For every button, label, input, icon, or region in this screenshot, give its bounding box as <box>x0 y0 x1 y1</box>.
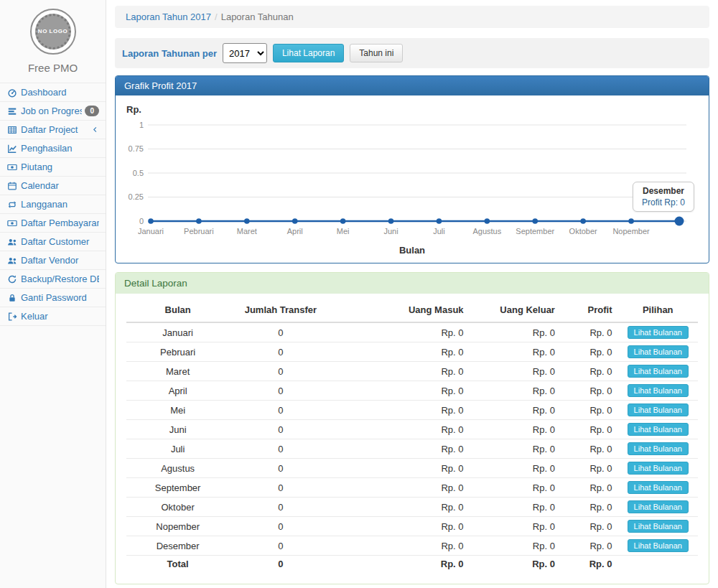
cell-uang_masuk: Rp. 0 <box>332 478 470 498</box>
cell-pilihan: Lihat Bulanan <box>618 420 698 439</box>
column-header-pilihan: Pilihan <box>618 298 698 322</box>
cell-jumlah_transfer: 0 <box>229 536 332 556</box>
sidebar-item-label: Keluar <box>21 311 99 322</box>
cell-uang_keluar: Rp. 0 <box>470 439 561 459</box>
cell-jumlah_transfer: 0 <box>229 478 332 498</box>
profit-chart: 00.250.50.751JanuariPebruariMaretAprilMe… <box>126 119 698 243</box>
table-row-januari: Januari0Rp. 0Rp. 0Rp. 0Lihat Bulanan <box>126 322 698 342</box>
cell-jumlah_transfer: 0 <box>229 439 332 459</box>
table-total-row: Total0Rp. 0Rp. 0Rp. 0 <box>126 556 698 573</box>
cell-uang_masuk: Rp. 0 <box>332 517 470 536</box>
svg-text:Juli: Juli <box>433 227 445 235</box>
cell-uang_keluar: Rp. 0 <box>470 420 561 439</box>
sidebar-item-calendar[interactable]: Calendar <box>0 177 106 195</box>
cell-jumlah_transfer: 0 <box>229 420 332 439</box>
sidebar-item-daftar-project[interactable]: Daftar Project <box>0 121 106 139</box>
lihat-laporan-button[interactable]: Lihat Laporan <box>273 44 344 62</box>
svg-text:Januari: Januari <box>138 227 164 235</box>
sidebar-item-daftar-customer[interactable]: Daftar Customer <box>0 233 106 251</box>
sidebar-item-job-on-progress[interactable]: Job on Progress0 <box>0 102 106 121</box>
cell-pilihan <box>618 556 698 573</box>
calendar-icon <box>6 181 18 191</box>
lihat-bulanan-button[interactable]: Lihat Bulanan <box>628 365 689 378</box>
table-row-oktober: Oktober0Rp. 0Rp. 0Rp. 0Lihat Bulanan <box>126 498 698 517</box>
svg-text:0.75: 0.75 <box>129 144 144 153</box>
refresh-icon <box>6 274 18 284</box>
lihat-bulanan-button[interactable]: Lihat Bulanan <box>628 500 689 513</box>
tahun-ini-button[interactable]: Tahun ini <box>350 44 403 62</box>
sidebar-item-dashboard[interactable]: Dashboard <box>0 83 106 102</box>
detail-laporan-panel: Detail Laporan BulanJumlah TransferUang … <box>115 272 709 584</box>
svg-text:Mei: Mei <box>337 227 350 235</box>
chart-panel-body: Rp. 00.250.50.751JanuariPebruariMaretApr… <box>116 95 709 263</box>
cell-bulan: Desember <box>126 536 229 556</box>
sidebar-item-piutang[interactable]: Piutang <box>0 158 106 177</box>
table-row-september: September0Rp. 0Rp. 0Rp. 0Lihat Bulanan <box>126 478 698 498</box>
page: NO LOGO Free PMO DashboardJob on Progres… <box>0 0 718 588</box>
lihat-bulanan-button[interactable]: Lihat Bulanan <box>628 539 689 552</box>
report-table: BulanJumlah TransferUang MasukUang Kelua… <box>126 298 698 572</box>
cell-profit: Rp. 0 <box>561 322 618 342</box>
year-select[interactable]: 2017 <box>223 43 267 63</box>
cell-uang_masuk: Rp. 0 <box>332 362 470 381</box>
x-axis-label: Bulan <box>126 245 698 256</box>
sidebar-item-daftar-pembayaran[interactable]: Daftar Pembayaran <box>0 214 106 233</box>
brand-name: Free PMO <box>0 62 106 74</box>
lihat-bulanan-button[interactable]: Lihat Bulanan <box>628 423 689 436</box>
no-logo-placeholder: NO LOGO <box>35 14 71 50</box>
cell-jumlah_transfer: 0 <box>229 498 332 517</box>
lihat-bulanan-button[interactable]: Lihat Bulanan <box>628 326 689 339</box>
users-icon <box>6 256 18 266</box>
cell-profit: Rp. 0 <box>561 439 618 459</box>
breadcrumb-link-laporan-tahun[interactable]: Laporan Tahun 2017 <box>126 11 211 22</box>
sidebar-item-langganan[interactable]: Langganan <box>0 195 106 214</box>
cell-profit: Rp. 0 <box>561 420 618 439</box>
svg-text:September: September <box>516 227 554 235</box>
cell-bulan: Pebruari <box>126 342 229 362</box>
cell-bulan: Januari <box>126 322 229 342</box>
detail-panel-body: BulanJumlah TransferUang MasukUang Kelua… <box>116 294 709 584</box>
svg-text:Juni: Juni <box>383 227 398 235</box>
cell-bulan: Agustus <box>126 459 229 478</box>
sidebar-item-ganti-password[interactable]: Ganti Password <box>0 289 106 307</box>
lihat-bulanan-button[interactable]: Lihat Bulanan <box>628 462 689 475</box>
sidebar-item-label: Piutang <box>21 162 99 172</box>
profit-chart-panel: Grafik Profit 2017 Rp. 00.250.50.751Janu… <box>115 75 709 263</box>
cell-bulan: Oktober <box>126 498 229 517</box>
cell-pilihan: Lihat Bulanan <box>618 381 698 401</box>
lihat-bulanan-button[interactable]: Lihat Bulanan <box>628 481 689 494</box>
column-header-profit: Profit <box>561 298 618 322</box>
cell-profit: Rp. 0 <box>561 536 618 556</box>
cell-bulan: Juni <box>126 420 229 439</box>
cell-pilihan: Lihat Bulanan <box>618 322 698 342</box>
sidebar-item-label: Daftar Customer <box>21 236 99 247</box>
lihat-bulanan-button[interactable]: Lihat Bulanan <box>628 520 689 533</box>
sidebar-item-daftar-vendor[interactable]: Daftar Vendor <box>0 251 106 270</box>
cell-profit: Rp. 0 <box>561 517 618 536</box>
sidebar-item-backup-restore-db[interactable]: Backup/Restore DB <box>0 270 106 289</box>
breadcrumb-separator: / <box>211 11 221 22</box>
cell-jumlah_transfer: 0 <box>229 401 332 420</box>
svg-text:April: April <box>287 227 303 235</box>
filter-label: Laporan Tahunan per <box>122 48 217 59</box>
sidebar-item-label: Langganan <box>21 199 99 210</box>
lihat-bulanan-button[interactable]: Lihat Bulanan <box>628 384 689 397</box>
sidebar-item-penghasilan[interactable]: Penghasilan <box>0 139 106 158</box>
cell-jumlah_transfer: 0 <box>229 517 332 536</box>
lihat-bulanan-button[interactable]: Lihat Bulanan <box>628 403 689 416</box>
y-axis-label: Rp. <box>126 104 698 115</box>
svg-text:Nopember: Nopember <box>612 227 650 235</box>
sidebar-item-keluar[interactable]: Keluar <box>0 307 106 326</box>
lihat-bulanan-button[interactable]: Lihat Bulanan <box>628 442 689 455</box>
sidebar-item-label: Dashboard <box>21 87 99 98</box>
column-header-jumlah-transfer: Jumlah Transfer <box>229 298 332 322</box>
logo-box: NO LOGO Free PMO <box>0 0 106 74</box>
detail-panel-title: Detail Laporan <box>116 273 709 294</box>
lihat-bulanan-button[interactable]: Lihat Bulanan <box>628 345 689 358</box>
table-row-maret: Maret0Rp. 0Rp. 0Rp. 0Lihat Bulanan <box>126 362 698 381</box>
cell-bulan: Maret <box>126 362 229 381</box>
retweet-icon <box>6 200 18 210</box>
cell-jumlah_transfer: 0 <box>229 556 332 573</box>
users-icon <box>6 237 18 247</box>
column-header-bulan: Bulan <box>126 298 229 322</box>
